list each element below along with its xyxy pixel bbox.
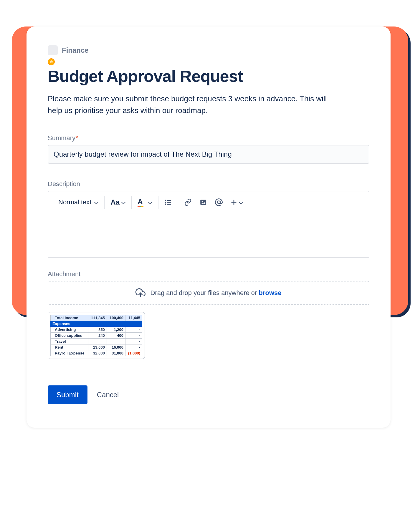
table-row: Total income 111,845 100,400 11,445	[51, 315, 142, 321]
svg-point-7	[202, 201, 203, 202]
cell: -	[125, 327, 142, 332]
text-color-button[interactable]: A	[138, 198, 152, 207]
cell	[107, 338, 125, 344]
mention-button[interactable]	[215, 198, 223, 206]
cell: -	[125, 332, 142, 338]
insert-more-button[interactable]	[231, 199, 243, 206]
editor-toolbar: Normal text Aa A	[48, 191, 369, 213]
table-row: Rent13,00016,000-	[51, 344, 142, 350]
cell: Advertising	[51, 327, 88, 332]
coin-icon: 🏛	[48, 58, 55, 65]
cell: 11,445	[125, 315, 142, 321]
cell: 13,000	[88, 344, 107, 350]
cell: Office supplies	[51, 332, 88, 338]
description-editor: Normal text Aa A	[48, 191, 369, 258]
required-indicator: *	[75, 134, 78, 142]
svg-point-0	[165, 200, 166, 201]
cell: Payroll Expense	[51, 350, 88, 356]
dropzone-text: Drag and drop your files anywhere or bro…	[150, 289, 281, 297]
text-style-dropdown[interactable]: Normal text	[58, 198, 98, 206]
cell: Total income	[51, 315, 88, 321]
breadcrumb: Finance	[48, 45, 369, 55]
cell: 400	[107, 332, 125, 338]
chevron-down-icon	[239, 200, 243, 204]
cell: 850	[88, 327, 107, 332]
description-textarea[interactable]	[48, 213, 369, 257]
svg-rect-3	[167, 202, 171, 203]
attachment-label: Attachment	[48, 270, 369, 278]
cell: -	[125, 338, 142, 344]
cell: 100,400	[107, 315, 125, 321]
attachment-dropzone[interactable]: Drag and drop your files anywhere or bro…	[48, 281, 369, 305]
summary-input[interactable]	[48, 145, 369, 164]
svg-rect-5	[167, 204, 171, 205]
table-row: Payroll Expense32,00031,000(1,000)	[51, 350, 142, 356]
page-description: Please make sure you submit these budget…	[48, 93, 336, 117]
cell: Travel	[51, 338, 88, 344]
cloud-upload-icon	[135, 288, 145, 298]
cell: 32,000	[88, 350, 107, 356]
text-format-button[interactable]: Aa	[110, 198, 125, 206]
chevron-down-icon	[148, 200, 152, 204]
link-button[interactable]	[184, 198, 192, 206]
text-style-label: Normal text	[58, 198, 91, 206]
table-row: Office supplies240400-	[51, 332, 142, 338]
cell: -	[125, 344, 142, 350]
breadcrumb-project-icon[interactable]	[48, 45, 58, 55]
page-title: Budget Approval Request	[48, 67, 369, 86]
svg-point-8	[218, 201, 220, 203]
cell: 111,845	[88, 315, 107, 321]
bullet-list-button[interactable]	[164, 198, 172, 206]
attachment-thumbnail[interactable]: Total income 111,845 100,400 11,445 Expe…	[48, 312, 145, 359]
chevron-down-icon	[94, 200, 98, 204]
chevron-down-icon	[121, 200, 125, 204]
form-actions: Submit Cancel	[48, 385, 369, 404]
table-row: Advertising8501,200-	[51, 327, 142, 332]
form-card: Finance 🏛 Budget Approval Request Please…	[27, 26, 391, 428]
dropzone-text-prefix: Drag and drop your files anywhere or	[150, 289, 259, 296]
cell	[88, 338, 107, 344]
cancel-button[interactable]: Cancel	[97, 391, 119, 399]
svg-rect-1	[167, 200, 171, 201]
breadcrumb-category[interactable]: Finance	[62, 46, 89, 54]
svg-point-2	[165, 201, 166, 203]
cell: 16,000	[107, 344, 125, 350]
cell: 1,200	[107, 327, 125, 332]
summary-label-text: Summary	[48, 134, 75, 142]
cell: Expenses	[51, 321, 142, 327]
table-section-header: Expenses	[51, 321, 142, 327]
cell: Rent	[51, 344, 88, 350]
cell: (1,000)	[125, 350, 142, 356]
svg-point-4	[165, 203, 166, 205]
description-label: Description	[48, 180, 369, 188]
browse-link[interactable]: browse	[259, 289, 282, 296]
table-row: Travel-	[51, 338, 142, 344]
cell: 31,000	[107, 350, 125, 356]
submit-button[interactable]: Submit	[48, 385, 87, 404]
image-button[interactable]	[199, 198, 207, 206]
cell: 240	[88, 332, 107, 338]
summary-label: Summary*	[48, 134, 369, 142]
